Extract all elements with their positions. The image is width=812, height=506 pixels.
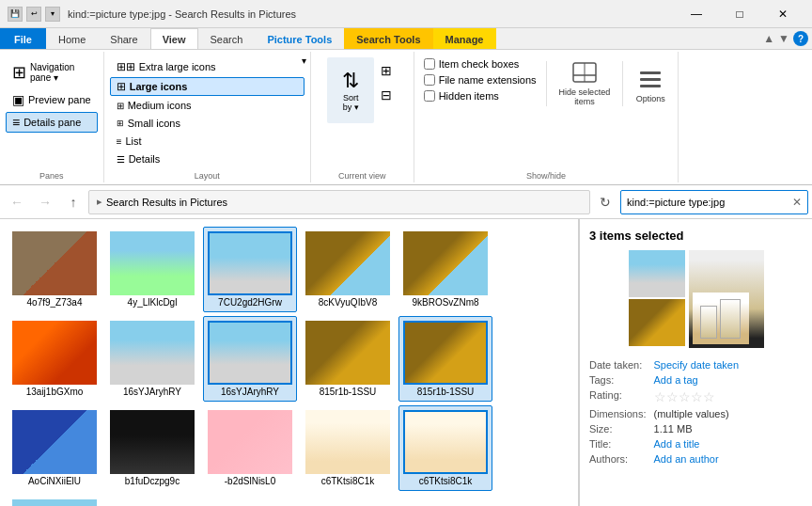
group-by-button[interactable]: ⊞ (376, 59, 397, 82)
tags-value[interactable]: Add a tag (654, 374, 803, 386)
main-content: 4o7f9_Z73a4 4y_LlKlcDgl 7CU2gd2HGrw 8cKV… (0, 219, 812, 506)
add-columns-button[interactable]: ⊟ (376, 84, 397, 106)
file-thumbnail (305, 231, 390, 295)
list-item[interactable]: -b2dSlNisL0 (203, 405, 297, 491)
ribbon-help-area: ▲ ▼ ? (496, 28, 813, 49)
preview-thumbnails (589, 250, 803, 348)
tab-search[interactable]: Search (198, 28, 256, 49)
dimensions-label: Dimensions: (589, 408, 647, 419)
file-thumbnail (12, 321, 97, 385)
file-extensions-input[interactable] (424, 74, 435, 86)
tab-share[interactable]: Share (98, 28, 149, 49)
item-checkboxes-input[interactable] (424, 58, 435, 70)
list-item[interactable]: 815r1b-1SSU (398, 316, 492, 402)
minimize-button[interactable]: — (675, 0, 718, 28)
file-name: 4y_LlKlcDgl (128, 297, 178, 308)
tab-file[interactable]: File (0, 28, 46, 49)
close-button[interactable]: ✕ (761, 0, 804, 28)
list-item[interactable]: 4y_LlKlcDgl (105, 227, 199, 312)
date-taken-value[interactable]: Specify date taken (654, 359, 803, 371)
file-name: 8cKVyuQIbV8 (319, 297, 377, 308)
refresh-button[interactable]: ↻ (592, 189, 618, 215)
item-checkboxes-label: Item check boxes (439, 58, 520, 70)
current-view-label: Current view (338, 171, 386, 181)
help-icon[interactable]: ? (793, 31, 808, 46)
tab-search-tools[interactable]: Search Tools (344, 28, 432, 49)
forward-button[interactable]: → (32, 189, 58, 215)
list-item[interactable]: 8cKVyuQIbV8 (301, 227, 395, 312)
extra-large-icons-button[interactable]: ⊞⊞ Extra large icons (110, 57, 304, 76)
medium-icons-label: Medium icons (128, 100, 192, 111)
file-extensions-label: File name extensions (439, 74, 537, 86)
authors-value[interactable]: Add an author (654, 453, 803, 465)
file-extensions-toggle[interactable]: File name extensions (420, 73, 540, 87)
list-item[interactable]: 815r1b-1SSU (301, 316, 395, 402)
list-item[interactable]: 13aij1bGXmo (8, 316, 102, 402)
show-hide-divider (546, 61, 547, 106)
list-item[interactable]: 16sYJAryhRY (203, 316, 297, 402)
sort-by-button[interactable]: ⇅ Sortby ▾ (327, 57, 374, 123)
file-grid: 4o7f9_Z73a4 4y_LlKlcDgl 7CU2gd2HGrw 8cKV… (8, 227, 570, 506)
list-item[interactable]: AoCiNXiiElU (8, 405, 102, 491)
preview-pane-button[interactable]: ▣ Preview pane (6, 89, 98, 110)
list-item[interactable]: c6TKtsi8C1k (301, 405, 395, 491)
list-item[interactable]: 16sYJAryhRY (105, 316, 199, 402)
search-clear-button[interactable]: ✕ (792, 196, 802, 209)
file-name: 16sYJAryhRY (221, 387, 279, 397)
details-pane-button[interactable]: ≡ Details pane (6, 112, 98, 133)
file-grid-container[interactable]: 4o7f9_Z73a4 4y_LlKlcDgl 7CU2gd2HGrw 8cKV… (0, 219, 579, 506)
options-label: Options (636, 94, 665, 103)
quick-access-icon2[interactable]: ↩ (26, 7, 41, 22)
file-thumbnail (403, 231, 488, 295)
ribbon-tab-bar: File Home Share View Search Picture Tool… (0, 28, 812, 49)
ribbon-nav-up[interactable]: ▲ (763, 32, 774, 45)
list-item[interactable]: 4o7f9_Z73a4 (8, 227, 102, 312)
hidden-items-input[interactable] (424, 90, 435, 102)
file-thumbnail (110, 321, 195, 385)
list-item[interactable]: b1fuDczpg9c (105, 405, 199, 491)
list-icon: ≡ (117, 136, 122, 147)
address-bar[interactable]: ▸ Search Results in Pictures (88, 190, 590, 214)
navigation-bar: ← → ↑ ▸ Search Results in Pictures ↻ ✕ (0, 185, 812, 219)
list-item[interactable]: c6TKtsi8C1k (398, 405, 492, 491)
back-button[interactable]: ← (4, 189, 30, 215)
details-button[interactable]: ☰ Details (110, 150, 304, 167)
options-button[interactable]: Options (629, 57, 672, 110)
list-button[interactable]: ≡ List (110, 133, 304, 150)
navigation-pane-button[interactable]: ⊞ Navigationpane ▾ (6, 57, 98, 87)
tab-home[interactable]: Home (46, 28, 98, 49)
tab-manage[interactable]: Manage (433, 28, 496, 49)
rating-stars[interactable]: ☆☆☆☆☆ (654, 389, 803, 404)
list-item[interactable]: 7CU2gd2HGrw (203, 227, 297, 312)
svg-rect-3 (640, 71, 661, 74)
file-thumbnail (403, 410, 488, 474)
up-button[interactable]: ↑ (60, 189, 86, 215)
ribbon-nav-down[interactable]: ▼ (778, 32, 789, 45)
preview-pane-label: Preview pane (28, 94, 91, 105)
large-icons-button[interactable]: ⊞ Large icons (110, 77, 304, 96)
details-pane-label: Details pane (23, 117, 81, 128)
medium-icons-button[interactable]: ⊞ Medium icons (110, 97, 304, 114)
tab-picture-tools[interactable]: Picture Tools (255, 28, 344, 49)
hidden-items-toggle[interactable]: Hidden items (420, 89, 540, 103)
hide-selected-button[interactable]: Hide selecteditems (553, 57, 617, 110)
layout-more-button[interactable]: ▾ (302, 55, 306, 66)
small-icons-button[interactable]: ⊞ Small icons (110, 115, 304, 132)
quick-access-icon1[interactable]: 💾 (8, 7, 23, 22)
list-label: List (126, 135, 142, 147)
preview-pane: 3 items selected Date taken: Specify dat… (579, 219, 812, 506)
file-name: 7CU2gd2HGrw (218, 297, 282, 308)
quick-access-dropdown[interactable]: ▾ (45, 7, 60, 22)
list-item[interactable] (8, 495, 102, 506)
ribbon-group-current-view: ⇅ Sortby ▾ ⊞ ⊟ Current view (311, 52, 414, 182)
item-checkboxes-toggle[interactable]: Item check boxes (420, 57, 540, 71)
preview-title: 3 items selected (589, 229, 803, 243)
small-icons-icon: ⊞ (117, 119, 124, 128)
maximize-button[interactable]: □ (718, 0, 761, 28)
search-input[interactable] (627, 197, 792, 208)
list-item[interactable]: 9kBROSvZNm8 (398, 227, 492, 312)
group-icon: ⊞ (381, 63, 392, 78)
tab-view[interactable]: View (150, 28, 198, 49)
search-box[interactable]: ✕ (620, 190, 808, 214)
title-value[interactable]: Add a title (654, 438, 803, 450)
